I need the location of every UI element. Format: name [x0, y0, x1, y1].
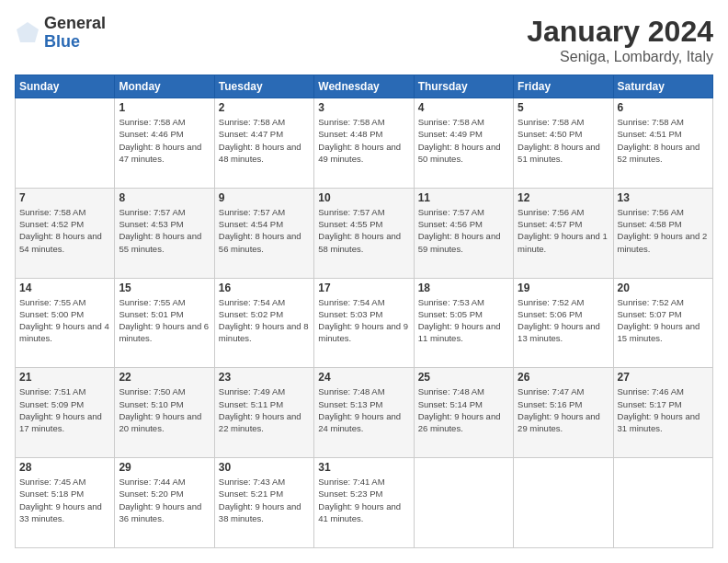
calendar-cell: 11Sunrise: 7:57 AMSunset: 4:56 PMDayligh…	[414, 188, 513, 278]
calendar-cell: 31Sunrise: 7:41 AMSunset: 5:23 PMDayligh…	[314, 458, 414, 548]
day-info: Sunrise: 7:56 AMSunset: 4:57 PMDaylight:…	[518, 206, 609, 255]
calendar-cell: 7Sunrise: 7:58 AMSunset: 4:52 PMDaylight…	[16, 188, 115, 278]
weekday-header: Friday	[514, 75, 613, 98]
day-info: Sunrise: 7:53 AMSunset: 5:05 PMDaylight:…	[418, 296, 509, 345]
day-number: 19	[518, 282, 609, 294]
day-number: 31	[318, 461, 409, 474]
calendar-cell: 2Sunrise: 7:58 AMSunset: 4:47 PMDaylight…	[214, 98, 313, 189]
day-info: Sunrise: 7:58 AMSunset: 4:46 PMDaylight:…	[119, 116, 210, 165]
logo-blue: Blue	[44, 33, 106, 52]
day-number: 20	[618, 282, 709, 294]
calendar-week-row: 14Sunrise: 7:55 AMSunset: 5:00 PMDayligh…	[16, 278, 713, 368]
calendar-cell: 13Sunrise: 7:56 AMSunset: 4:58 PMDayligh…	[613, 188, 712, 278]
day-info: Sunrise: 7:58 AMSunset: 4:47 PMDaylight:…	[219, 116, 310, 165]
weekday-header: Monday	[115, 75, 214, 98]
day-number: 27	[618, 371, 709, 384]
calendar-cell	[414, 458, 513, 548]
day-number: 8	[119, 191, 210, 204]
calendar: SundayMondayTuesdayWednesdayThursdayFrid…	[15, 75, 713, 548]
calendar-cell	[514, 458, 613, 548]
page: General Blue January 2024 Seniga, Lombar…	[0, 0, 728, 563]
title-area: January 2024 Seniga, Lombardy, Italy	[527, 15, 713, 65]
calendar-cell: 5Sunrise: 7:58 AMSunset: 4:50 PMDaylight…	[514, 98, 613, 189]
calendar-cell: 6Sunrise: 7:58 AMSunset: 4:51 PMDaylight…	[613, 98, 712, 189]
day-info: Sunrise: 7:48 AMSunset: 5:14 PMDaylight:…	[418, 385, 509, 434]
weekday-header-row: SundayMondayTuesdayWednesdayThursdayFrid…	[16, 75, 713, 98]
day-number: 4	[418, 101, 509, 114]
weekday-header: Tuesday	[214, 75, 313, 98]
calendar-cell	[16, 98, 115, 189]
day-number: 22	[119, 371, 210, 384]
day-info: Sunrise: 7:56 AMSunset: 4:58 PMDaylight:…	[618, 206, 709, 255]
logo-text: General Blue	[44, 15, 106, 52]
day-info: Sunrise: 7:47 AMSunset: 5:16 PMDaylight:…	[518, 385, 609, 434]
day-number: 24	[318, 371, 409, 384]
day-info: Sunrise: 7:55 AMSunset: 5:01 PMDaylight:…	[119, 296, 210, 345]
calendar-cell: 30Sunrise: 7:43 AMSunset: 5:21 PMDayligh…	[214, 458, 313, 548]
day-number: 12	[518, 191, 609, 204]
calendar-cell: 1Sunrise: 7:58 AMSunset: 4:46 PMDaylight…	[115, 98, 214, 189]
logo-general: General	[44, 15, 106, 33]
day-number: 21	[19, 371, 110, 384]
day-number: 18	[418, 282, 509, 294]
day-info: Sunrise: 7:57 AMSunset: 4:53 PMDaylight:…	[119, 206, 210, 255]
day-number: 17	[318, 282, 409, 294]
day-info: Sunrise: 7:49 AMSunset: 5:11 PMDaylight:…	[219, 385, 310, 434]
calendar-cell: 4Sunrise: 7:58 AMSunset: 4:49 PMDaylight…	[414, 98, 513, 189]
day-info: Sunrise: 7:51 AMSunset: 5:09 PMDaylight:…	[19, 385, 110, 434]
calendar-cell: 26Sunrise: 7:47 AMSunset: 5:16 PMDayligh…	[514, 368, 613, 458]
weekday-header: Thursday	[414, 75, 513, 98]
day-info: Sunrise: 7:50 AMSunset: 5:10 PMDaylight:…	[119, 385, 210, 434]
calendar-week-row: 21Sunrise: 7:51 AMSunset: 5:09 PMDayligh…	[16, 368, 713, 458]
day-info: Sunrise: 7:44 AMSunset: 5:20 PMDaylight:…	[119, 476, 210, 524]
calendar-cell: 29Sunrise: 7:44 AMSunset: 5:20 PMDayligh…	[115, 458, 214, 548]
day-number: 13	[618, 191, 709, 204]
calendar-cell: 17Sunrise: 7:54 AMSunset: 5:03 PMDayligh…	[314, 278, 414, 368]
calendar-cell: 9Sunrise: 7:57 AMSunset: 4:54 PMDaylight…	[214, 188, 313, 278]
location-title: Seniga, Lombardy, Italy	[527, 49, 713, 65]
calendar-cell: 24Sunrise: 7:48 AMSunset: 5:13 PMDayligh…	[314, 368, 414, 458]
day-info: Sunrise: 7:45 AMSunset: 5:18 PMDaylight:…	[19, 476, 110, 524]
calendar-cell: 12Sunrise: 7:56 AMSunset: 4:57 PMDayligh…	[514, 188, 613, 278]
calendar-cell: 23Sunrise: 7:49 AMSunset: 5:11 PMDayligh…	[214, 368, 313, 458]
day-info: Sunrise: 7:41 AMSunset: 5:23 PMDaylight:…	[318, 476, 409, 524]
day-number: 26	[518, 371, 609, 384]
day-number: 29	[119, 461, 210, 474]
day-number: 5	[518, 101, 609, 114]
day-number: 28	[19, 461, 110, 474]
calendar-week-row: 7Sunrise: 7:58 AMSunset: 4:52 PMDaylight…	[16, 188, 713, 278]
day-info: Sunrise: 7:46 AMSunset: 5:17 PMDaylight:…	[618, 385, 709, 434]
day-info: Sunrise: 7:58 AMSunset: 4:50 PMDaylight:…	[518, 116, 609, 165]
calendar-cell: 15Sunrise: 7:55 AMSunset: 5:01 PMDayligh…	[115, 278, 214, 368]
calendar-cell: 18Sunrise: 7:53 AMSunset: 5:05 PMDayligh…	[414, 278, 513, 368]
calendar-cell: 28Sunrise: 7:45 AMSunset: 5:18 PMDayligh…	[16, 458, 115, 548]
calendar-week-row: 28Sunrise: 7:45 AMSunset: 5:18 PMDayligh…	[16, 458, 713, 548]
logo: General Blue	[15, 15, 106, 52]
day-info: Sunrise: 7:57 AMSunset: 4:54 PMDaylight:…	[219, 206, 310, 255]
calendar-cell	[613, 458, 712, 548]
day-number: 7	[19, 191, 110, 204]
day-info: Sunrise: 7:55 AMSunset: 5:00 PMDaylight:…	[19, 296, 110, 345]
day-info: Sunrise: 7:57 AMSunset: 4:55 PMDaylight:…	[318, 206, 409, 255]
day-info: Sunrise: 7:52 AMSunset: 5:07 PMDaylight:…	[618, 296, 709, 345]
day-number: 10	[318, 191, 409, 204]
day-info: Sunrise: 7:58 AMSunset: 4:52 PMDaylight:…	[19, 206, 110, 255]
day-info: Sunrise: 7:58 AMSunset: 4:51 PMDaylight:…	[618, 116, 709, 165]
day-number: 9	[219, 191, 310, 204]
day-number: 1	[119, 101, 210, 114]
month-title: January 2024	[527, 15, 713, 49]
day-info: Sunrise: 7:58 AMSunset: 4:48 PMDaylight:…	[318, 116, 409, 165]
day-info: Sunrise: 7:57 AMSunset: 4:56 PMDaylight:…	[418, 206, 509, 255]
day-number: 30	[219, 461, 310, 474]
calendar-cell: 21Sunrise: 7:51 AMSunset: 5:09 PMDayligh…	[16, 368, 115, 458]
day-number: 15	[119, 282, 210, 294]
day-number: 11	[418, 191, 509, 204]
svg-marker-0	[17, 22, 39, 42]
day-number: 14	[19, 282, 110, 294]
day-number: 25	[418, 371, 509, 384]
weekday-header: Saturday	[613, 75, 712, 98]
day-number: 3	[318, 101, 409, 114]
calendar-cell: 10Sunrise: 7:57 AMSunset: 4:55 PMDayligh…	[314, 188, 414, 278]
weekday-header: Sunday	[16, 75, 115, 98]
day-number: 23	[219, 371, 310, 384]
